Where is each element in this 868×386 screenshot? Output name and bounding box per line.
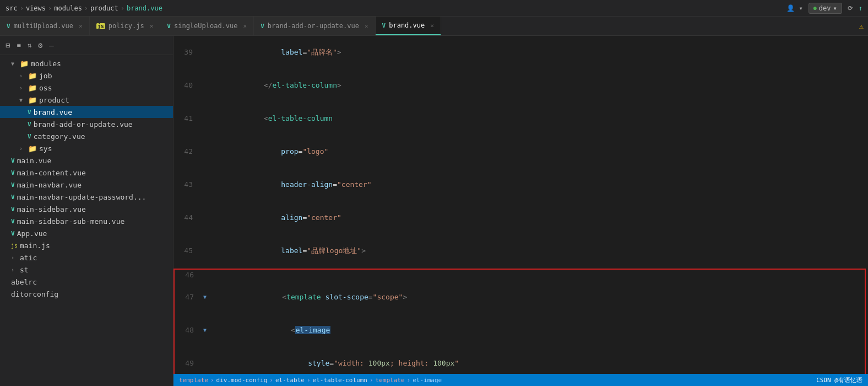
close-icon[interactable]: × [150, 23, 154, 30]
dev-dropdown[interactable]: ● dev ▾ [809, 3, 842, 14]
sidebar-item-job[interactable]: › 📁 job [0, 69, 173, 82]
user-icon: 👤 ▾ [786, 4, 802, 12]
code-line-46: 46 [175, 270, 865, 281]
expand-all-icon[interactable]: ≡ [15, 40, 21, 50]
bc-el-table-column[interactable]: el-table-column [313, 377, 367, 384]
close-icon[interactable]: × [430, 22, 434, 29]
line-number: 47 [175, 292, 199, 303]
sidebar-item-label: product [39, 96, 69, 104]
sidebar-item-abelrc[interactable]: abelrc [0, 276, 173, 288]
sidebar-item-label: brand-add-or-update.vue [34, 120, 133, 128]
bc-div-mod-config[interactable]: div.mod-config [216, 377, 268, 384]
sidebar-item-main-sidebar-vue[interactable]: V main-sidebar.vue [0, 203, 173, 215]
line-number: 42 [173, 146, 198, 157]
chevron-right-icon: › [19, 85, 26, 91]
warning-icon: ⚠ [859, 22, 864, 30]
chevron-down-icon: ▼ [11, 61, 18, 67]
gutter: ▼ [199, 292, 210, 303]
bc-src: src [6, 4, 18, 12]
line-number: 41 [173, 113, 198, 124]
tab-brand-add-or-update[interactable]: V brand-add-or-update.vue × [254, 17, 375, 35]
sidebar-item-label: abelrc [11, 278, 37, 286]
sidebar-item-st[interactable]: › st [0, 264, 173, 276]
selected-text: el-image [295, 326, 331, 334]
chevron-right-icon: › [11, 267, 18, 273]
code-editor: 39 label="品牌名"> 40 </el-table-column> [173, 36, 868, 374]
bc-el-image[interactable]: el-image [413, 377, 442, 384]
tab-singleupload[interactable]: V singleUpload.vue × [160, 17, 254, 35]
sidebar-item-ditorconfig[interactable]: ditorconfig [0, 288, 173, 300]
sidebar-item-main-sidebar-sub[interactable]: V main-sidebar-sub-menu.vue [0, 215, 173, 227]
close-panel-icon[interactable]: — [48, 40, 55, 51]
sidebar-item-label: st [20, 266, 29, 274]
code-text: <el-table-column [209, 102, 333, 135]
sidebar-item-oss[interactable]: › 📁 oss [0, 82, 173, 94]
line-number: 45 [173, 245, 198, 256]
bc-modules: modules [54, 4, 82, 12]
sidebar-item-label: ditorconfig [11, 290, 58, 298]
status-bar: template › div.mod-config › el-table › e… [173, 374, 868, 386]
sidebar-item-main-js[interactable]: js main.js [0, 239, 173, 251]
sidebar-item-sys[interactable]: › 📁 sys [0, 142, 173, 154]
tab-label: multiUpload.vue [14, 22, 73, 30]
code-text [210, 270, 218, 281]
chevron-right-icon: › [19, 146, 26, 152]
sidebar-item-label: category.vue [34, 132, 85, 141]
js-file-icon: js [11, 243, 18, 249]
tab-brand[interactable]: V brand.vue × [376, 17, 441, 35]
vue-file-icon: V [28, 133, 31, 140]
sidebar-item-label: main.js [20, 242, 50, 250]
breadcrumb-bottom: template › div.mod-config › el-table › e… [179, 377, 442, 384]
fold-icon[interactable]: ▼ [203, 325, 207, 336]
code-text: style="width: 100px; height: 100px" [210, 347, 459, 374]
close-icon[interactable]: × [243, 23, 247, 30]
sidebar-item-main-vue[interactable]: V main.vue [0, 154, 173, 167]
editor-content[interactable]: 39 label="品牌名"> 40 </el-table-column> [173, 36, 868, 374]
vue-file-icon: V [11, 181, 15, 189]
tab-policy[interactable]: js policy.js × [90, 17, 161, 35]
close-icon[interactable]: × [79, 23, 83, 30]
sidebar-item-atic[interactable]: › atic [0, 251, 173, 264]
sidebar-item-label: brand.vue [34, 108, 72, 116]
csdn-label: CSDN @有语忆语 [816, 376, 862, 384]
bc-sep: › [307, 377, 311, 384]
tab-label: brand.vue [389, 22, 425, 29]
sidebar-item-label: main-content.vue [17, 169, 86, 177]
sidebar-item-main-navbar-update[interactable]: V main-navbar-update-password... [0, 191, 173, 203]
close-icon[interactable]: × [365, 23, 368, 30]
filter-icon[interactable]: ⇅ [26, 40, 32, 50]
code-line-39: 39 label="品牌名"> [173, 36, 868, 69]
fold-icon[interactable]: ▼ [203, 292, 207, 303]
line-number: 43 [173, 179, 198, 190]
chevron-down-icon: ▾ [833, 4, 837, 12]
sidebar: ⊟ ≡ ⇅ ⚙ — ▼ 📁 modules › 📁 job › 📁 oss [0, 36, 173, 386]
sidebar-item-main-content-vue[interactable]: V main-content.vue [0, 167, 173, 179]
sidebar-item-app-vue[interactable]: V App.vue [0, 227, 173, 239]
bc-sep3: › [84, 4, 88, 12]
folder-icon: 📁 [20, 60, 29, 68]
bc-el-table[interactable]: el-table [275, 377, 305, 384]
sidebar-item-label: App.vue [17, 229, 47, 238]
bc-template[interactable]: template [179, 377, 208, 384]
collapse-all-icon[interactable]: ⊟ [4, 40, 11, 51]
vue-icon: V [261, 23, 264, 30]
update-icon[interactable]: ↑ [859, 4, 862, 12]
line-number: 44 [173, 212, 198, 223]
tab-multiupload[interactable]: V multiUpload.vue × [0, 17, 90, 35]
sync-icon[interactable]: ⟳ [848, 4, 853, 12]
sidebar-item-brand-vue[interactable]: V brand.vue [0, 106, 173, 118]
bc-sep: › [210, 377, 214, 384]
code-text: <el-image [210, 314, 330, 347]
sidebar-item-category-vue[interactable]: V category.vue [0, 130, 173, 142]
code-text: label="品牌logo地址"> [209, 234, 366, 267]
sidebar-item-main-navbar-vue[interactable]: V main-navbar.vue [0, 179, 173, 191]
bc-template2[interactable]: template [376, 377, 405, 384]
sidebar-item-modules[interactable]: ▼ 📁 modules [0, 57, 173, 69]
code-text: </el-table-column> [209, 69, 341, 102]
vue-file-icon: V [28, 109, 31, 116]
sidebar-item-product[interactable]: ▼ 📁 product [0, 94, 173, 106]
sidebar-item-brand-add-or-update[interactable]: V brand-add-or-update.vue [0, 118, 173, 130]
line-number: 39 [173, 47, 198, 58]
bc-product: product [90, 4, 118, 12]
settings-icon[interactable]: ⚙ [37, 40, 44, 51]
